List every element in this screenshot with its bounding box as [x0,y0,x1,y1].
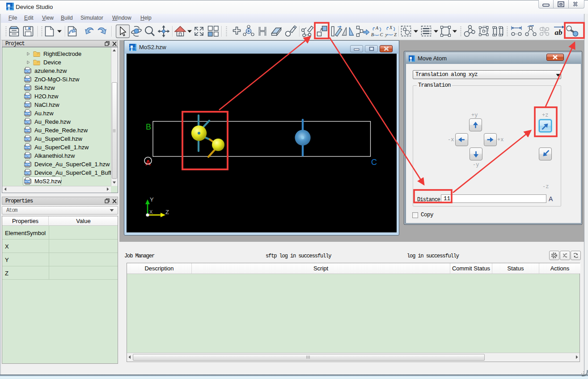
svg-text:HZW: HZW [25,163,30,166]
svg-text:HZW: HZW [25,146,30,149]
svg-text:HZW: HZW [25,155,30,157]
svg-text:B: B [146,122,151,131]
svg-text:y: y [385,32,388,37]
svg-text:ab: ab [555,28,563,37]
svg-text:A: A [375,25,379,30]
svg-text:C: C [380,32,383,37]
svg-text:HZW: HZW [25,172,30,174]
svg-text:HZW: HZW [25,121,30,123]
svg-text:HZW: HZW [25,180,30,183]
svg-text:B: B [371,32,374,37]
svg-text:HZW: HZW [25,138,30,140]
svg-text:X: X [389,25,393,30]
svg-text:Y: Y [150,196,154,203]
svg-text:HZW: HZW [25,87,30,89]
svg-text:Z: Z [165,209,169,215]
svg-text:A: A [145,159,151,167]
svg-text:C: C [371,158,377,167]
svg-text:Z: Z [394,32,397,37]
svg-text:HZW: HZW [25,95,30,98]
svg-text:HZW: HZW [25,129,30,132]
svg-text:HZW: HZW [25,112,30,115]
svg-text:X: X [149,209,153,215]
svg-text:HZW: HZW [25,70,30,72]
svg-text:HZW: HZW [25,104,30,106]
svg-text:HZW: HZW [25,78,30,81]
